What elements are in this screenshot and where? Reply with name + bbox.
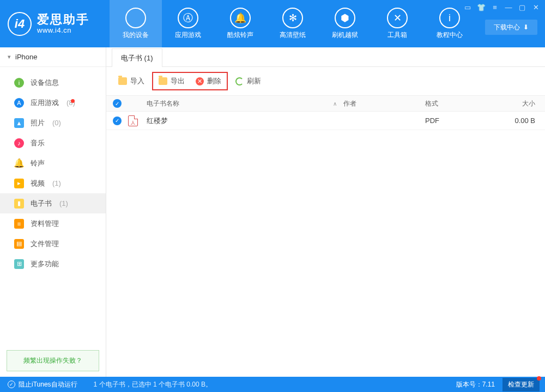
sidebar-item-apps[interactable]: A应用游戏(8) — [0, 93, 106, 113]
selection-status: 1 个电子书，已选中 1 个电子书 0.00 B。 — [94, 380, 212, 389]
data-icon: ≡ — [14, 219, 24, 229]
skin-icon[interactable]: 👕 — [475, 2, 487, 12]
check-circle-icon: ✓ — [8, 381, 15, 388]
sidebar: ▾ iPhone i设备信息 A应用游戏(8) ▲照片(0) ♪音乐 🔔铃声 ▸… — [0, 47, 106, 377]
info-icon: i — [439, 8, 460, 28]
close-button[interactable]: ✕ — [530, 2, 542, 12]
import-button[interactable]: 导入 — [113, 73, 150, 89]
logo-text: 爱思助手 www.i4.cn — [37, 13, 89, 34]
sidebar-list: i设备信息 A应用游戏(8) ▲照片(0) ♪音乐 🔔铃声 ▸视频(1) ▮电子… — [0, 67, 106, 345]
refresh-button[interactable]: 刷新 — [230, 73, 267, 89]
download-center-button[interactable]: 下载中心⬇ — [485, 20, 537, 35]
sidebar-item-ringtones[interactable]: 🔔铃声 — [0, 153, 106, 173]
help-link[interactable]: 频繁出现操作失败？ — [7, 350, 99, 371]
nav-ringtones[interactable]: 🔔酷炫铃声 — [214, 0, 267, 47]
app-url: www.i4.cn — [37, 26, 89, 34]
toolbar: 导入 导出 ✕删除 刷新 — [106, 67, 545, 95]
tab-bar: 电子书 (1) — [106, 47, 545, 67]
app-name: 爱思助手 — [37, 13, 89, 26]
sidebar-item-more[interactable]: ⊞更多功能 — [0, 254, 106, 274]
book-icon: ▮ — [14, 199, 24, 209]
col-author[interactable]: 作者 — [343, 99, 425, 108]
window-controls: ▭ 👕 ≡ — ▢ ✕ — [462, 2, 542, 12]
nav-flash[interactable]: ⬢刷机越狱 — [319, 0, 371, 47]
folder-out-icon — [159, 77, 167, 85]
refresh-icon — [235, 77, 244, 85]
sidebar-item-device-info[interactable]: i设备信息 — [0, 72, 106, 93]
sidebar-item-videos[interactable]: ▸视频(1) — [0, 173, 106, 193]
badge-dot-icon — [71, 99, 75, 103]
bell-icon: 🔔 — [230, 8, 251, 28]
maximize-button[interactable]: ▢ — [516, 2, 528, 12]
col-name[interactable]: 电子书名称∧ — [144, 99, 343, 108]
video-icon: ▸ — [14, 179, 24, 188]
app-icon: A — [14, 98, 24, 108]
logo-area: i4 爱思助手 www.i4.cn — [0, 0, 106, 47]
chevron-down-icon: ▾ — [8, 53, 11, 60]
app-header: i4 爱思助手 www.i4.cn 我的设备 Ⓐ应用游戏 🔔酷炫铃声 ✻高清壁纸… — [0, 0, 545, 47]
check-update-button[interactable]: 检查更新 — [502, 378, 540, 391]
version-label: 版本号：7.11 — [456, 380, 495, 389]
tab-ebooks[interactable]: 电子书 (1) — [112, 48, 162, 67]
cell-name: 红楼梦 — [144, 116, 343, 126]
col-format[interactable]: 格式 — [425, 99, 496, 108]
nav-apps[interactable]: Ⓐ应用游戏 — [162, 0, 214, 47]
feedback-icon[interactable]: ▭ — [462, 2, 474, 12]
sidebar-item-ebooks[interactable]: ▮电子书(1) — [0, 193, 106, 213]
appstore-icon: Ⓐ — [178, 8, 198, 28]
table-header: ✓ 电子书名称∧ 作者 格式 大小 — [106, 95, 545, 112]
apple-icon — [125, 8, 146, 28]
delete-button[interactable]: ✕删除 — [190, 73, 227, 89]
row-checkbox[interactable]: ✓ — [113, 117, 122, 125]
sidebar-item-data[interactable]: ≡资料管理 — [0, 213, 106, 234]
col-size[interactable]: 大小 — [496, 99, 545, 108]
main-panel: 电子书 (1) 导入 导出 ✕删除 刷新 ✓ 电子书名称∧ 作者 格式 大小 ✓… — [106, 47, 545, 377]
cell-size: 0.00 B — [496, 117, 545, 125]
nav-wallpapers[interactable]: ✻高清壁纸 — [267, 0, 319, 47]
select-all-checkbox[interactable]: ✓ — [113, 99, 122, 108]
box-icon: ⬢ — [335, 8, 355, 28]
sidebar-item-files[interactable]: ▤文件管理 — [0, 234, 106, 254]
tools-icon: ✕ — [387, 8, 408, 28]
device-name: iPhone — [15, 53, 37, 61]
pdf-icon: 人 — [128, 115, 138, 126]
minimize-button[interactable]: — — [502, 2, 514, 12]
nav-toolbox[interactable]: ✕工具箱 — [371, 0, 423, 47]
device-selector[interactable]: ▾ iPhone — [0, 47, 106, 67]
info-icon: i — [14, 78, 24, 88]
table-row[interactable]: ✓ 人 红楼梦 PDF 0.00 B — [106, 112, 545, 130]
block-itunes-toggle[interactable]: ✓ 阻止iTunes自动运行 — [8, 380, 77, 389]
delete-icon: ✕ — [196, 77, 204, 85]
sort-asc-icon: ∧ — [333, 101, 337, 107]
highlight-annotation: 导出 ✕删除 — [152, 72, 228, 90]
export-button[interactable]: 导出 — [153, 73, 190, 89]
logo-icon: i4 — [8, 12, 32, 36]
status-bar: ✓ 阻止iTunes自动运行 1 个电子书，已选中 1 个电子书 0.00 B。… — [0, 377, 545, 392]
folder-in-icon — [118, 77, 127, 85]
file-icon: ▤ — [14, 239, 24, 249]
music-icon: ♪ — [14, 138, 24, 148]
download-icon: ⬇ — [523, 23, 529, 31]
sidebar-item-music[interactable]: ♪音乐 — [0, 133, 106, 153]
menu-icon[interactable]: ≡ — [489, 2, 501, 12]
flower-icon: ✻ — [282, 8, 303, 28]
update-badge-icon — [537, 376, 541, 381]
sidebar-item-photos[interactable]: ▲照片(0) — [0, 113, 106, 133]
grid-icon: ⊞ — [14, 259, 24, 269]
photo-icon: ▲ — [14, 118, 24, 128]
cell-format: PDF — [425, 117, 496, 125]
nav-my-device[interactable]: 我的设备 — [110, 0, 162, 47]
bell-icon: 🔔 — [14, 158, 24, 168]
